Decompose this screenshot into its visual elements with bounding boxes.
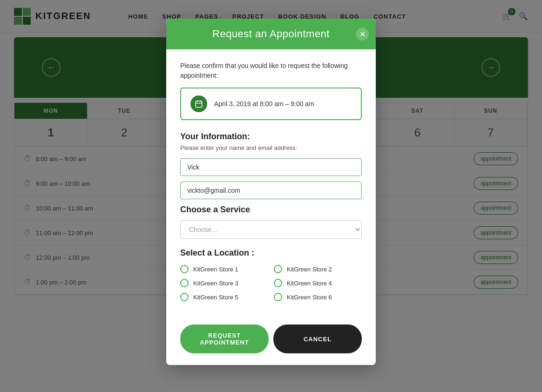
modal-title: Request an Appointment bbox=[212, 28, 330, 40]
location-label-6: KitGreen Store 6 bbox=[287, 294, 332, 301]
radio-circle-2 bbox=[274, 265, 282, 273]
cancel-button[interactable]: CANCEL bbox=[273, 324, 362, 353]
appointment-modal: Request an Appointment ✕ Please confirm … bbox=[166, 19, 376, 365]
radio-circle-6 bbox=[274, 293, 282, 301]
location-label-4: KitGreen Store 4 bbox=[287, 280, 332, 287]
modal-overlay: Request an Appointment ✕ Please confirm … bbox=[0, 0, 542, 392]
location-grid: KitGreen Store 1 KitGreen Store 2 KitGre… bbox=[180, 265, 362, 301]
email-input[interactable] bbox=[180, 182, 362, 199]
location-label-2: KitGreen Store 2 bbox=[287, 266, 332, 273]
location-label-3: KitGreen Store 3 bbox=[193, 280, 238, 287]
modal-footer: REQUEST APPOINTMENT CANCEL bbox=[166, 324, 376, 365]
calendar-icon bbox=[190, 95, 207, 112]
appointment-datetime-box: April 3, 2019 at 8:00 am – 9:00 am bbox=[180, 88, 362, 120]
location-1[interactable]: KitGreen Store 1 bbox=[180, 265, 268, 273]
appointment-time: April 3, 2019 at 8:00 am – 9:00 am bbox=[214, 100, 314, 108]
location-5[interactable]: KitGreen Store 5 bbox=[180, 293, 268, 301]
radio-circle-1 bbox=[180, 265, 189, 273]
request-appointment-button[interactable]: REQUEST APPOINTMENT bbox=[180, 324, 269, 353]
radio-circle-3 bbox=[180, 279, 189, 287]
location-2[interactable]: KitGreen Store 2 bbox=[274, 265, 362, 273]
service-title: Choose a Service bbox=[180, 205, 362, 215]
location-label-1: KitGreen Store 1 bbox=[193, 266, 238, 273]
location-label-5: KitGreen Store 5 bbox=[193, 294, 238, 301]
location-4[interactable]: KitGreen Store 4 bbox=[274, 279, 362, 287]
location-title: Select a Location : bbox=[180, 248, 362, 258]
radio-circle-5 bbox=[180, 293, 189, 301]
svg-rect-0 bbox=[196, 101, 202, 108]
your-info-sub: Please enter your name and email address… bbox=[180, 144, 362, 151]
radio-circle-4 bbox=[274, 279, 282, 287]
modal-header: Request an Appointment ✕ bbox=[166, 19, 376, 49]
modal-body: Please confirm that you would like to re… bbox=[166, 49, 376, 324]
service-select[interactable]: Choose... Service 1 Service 2 Service 3 bbox=[180, 220, 362, 239]
your-info-title: Your Information: bbox=[180, 132, 362, 142]
confirm-text: Please confirm that you would like to re… bbox=[180, 61, 362, 81]
location-6[interactable]: KitGreen Store 6 bbox=[274, 293, 362, 301]
modal-close-button[interactable]: ✕ bbox=[356, 27, 369, 41]
name-input[interactable] bbox=[180, 158, 362, 176]
location-3[interactable]: KitGreen Store 3 bbox=[180, 279, 268, 287]
